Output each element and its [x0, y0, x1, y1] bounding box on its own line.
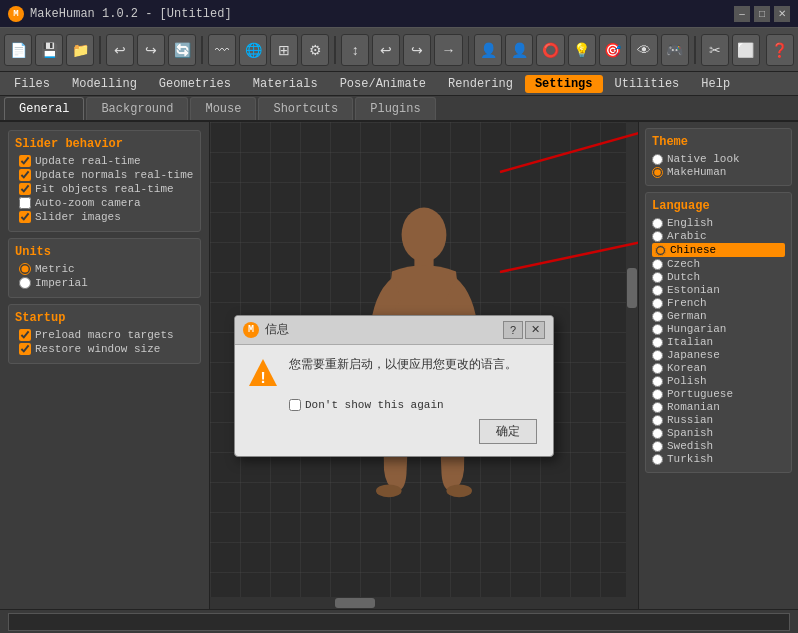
- toolbar-separator-2: [201, 36, 203, 64]
- menu-pose-animate[interactable]: Pose/Animate: [330, 75, 436, 93]
- radio-makehuman-theme[interactable]: MakeHuman: [652, 166, 785, 178]
- tool-undo2[interactable]: ↩: [372, 34, 400, 66]
- tool-gamepad[interactable]: 🎮: [661, 34, 689, 66]
- tool-settings-tb[interactable]: ⚙: [301, 34, 329, 66]
- radio-hungarian[interactable]: Hungarian: [652, 323, 785, 335]
- radio-japanese[interactable]: Japanese: [652, 349, 785, 361]
- startup-title: Startup: [15, 311, 194, 325]
- warning-icon: !: [247, 357, 279, 389]
- radio-native-look[interactable]: Native look: [652, 153, 785, 165]
- tab-background[interactable]: Background: [86, 97, 188, 120]
- window-title: MakeHuman 1.0.2 - [Untitled]: [30, 7, 734, 21]
- toolbar-separator-4: [468, 36, 470, 64]
- toolbar: 📄 💾 📁 ↩ ↪ 🔄 〰 🌐 ⊞ ⚙ ↕ ↩ ↪ → 👤 👤 ⭕ 💡 🎯 👁 …: [0, 28, 798, 72]
- checkbox-autozoom[interactable]: Auto-zoom camera: [15, 197, 194, 209]
- dont-show-checkbox[interactable]: [289, 399, 301, 411]
- dialog-question-button[interactable]: ?: [503, 321, 523, 339]
- svg-point-3: [446, 484, 472, 497]
- minimize-button[interactable]: –: [734, 6, 750, 22]
- tool-eye[interactable]: 👁: [630, 34, 658, 66]
- tool-arrow[interactable]: →: [434, 34, 462, 66]
- tab-mouse[interactable]: Mouse: [190, 97, 256, 120]
- dialog-body: ! 您需要重新启动，以便应用您更改的语言。 Don't show this ag…: [235, 345, 553, 456]
- tool-redo2[interactable]: ↪: [403, 34, 431, 66]
- dialog-title-area: M 信息: [243, 321, 503, 338]
- radio-korean[interactable]: Korean: [652, 362, 785, 374]
- radio-polish[interactable]: Polish: [652, 375, 785, 387]
- checkbox-update-normals[interactable]: Update normals real-time: [15, 169, 194, 181]
- bottom-input[interactable]: [8, 613, 790, 631]
- window-controls: – □ ✕: [734, 6, 790, 22]
- checkbox-update-realtime[interactable]: Update real-time: [15, 155, 194, 167]
- tool-refresh[interactable]: 🔄: [168, 34, 196, 66]
- menu-materials[interactable]: Materials: [243, 75, 328, 93]
- dialog: M 信息 ? ✕ !: [234, 315, 554, 457]
- tool-target[interactable]: 🎯: [599, 34, 627, 66]
- radio-swedish[interactable]: Swedish: [652, 440, 785, 452]
- menu-rendering[interactable]: Rendering: [438, 75, 523, 93]
- menu-help[interactable]: Help: [691, 75, 740, 93]
- tool-open[interactable]: 📁: [66, 34, 94, 66]
- tool-redo[interactable]: ↪: [137, 34, 165, 66]
- dialog-close-button[interactable]: ✕: [525, 321, 545, 339]
- radio-italian[interactable]: Italian: [652, 336, 785, 348]
- radio-romanian[interactable]: Romanian: [652, 401, 785, 413]
- tab-shortcuts[interactable]: Shortcuts: [258, 97, 353, 120]
- checkbox-preload-macro[interactable]: Preload macro targets: [15, 329, 194, 341]
- dont-show-label: Don't show this again: [305, 399, 444, 411]
- tool-human1[interactable]: 👤: [474, 34, 502, 66]
- tool-human2[interactable]: 👤: [505, 34, 533, 66]
- dialog-message: 您需要重新启动，以便应用您更改的语言。: [289, 357, 517, 374]
- radio-chinese[interactable]: Chinese: [652, 243, 785, 257]
- tab-bar: General Background Mouse Shortcuts Plugi…: [0, 96, 798, 122]
- radio-portuguese[interactable]: Portuguese: [652, 388, 785, 400]
- radio-imperial[interactable]: Imperial: [15, 277, 194, 289]
- tab-general[interactable]: General: [4, 97, 84, 120]
- units-title: Units: [15, 245, 194, 259]
- radio-dutch[interactable]: Dutch: [652, 271, 785, 283]
- tool-cut[interactable]: ✂: [701, 34, 729, 66]
- checkbox-fit-objects[interactable]: Fit objects real-time: [15, 183, 194, 195]
- units-section: Units Metric Imperial: [8, 238, 201, 298]
- checkbox-slider-images[interactable]: Slider images: [15, 211, 194, 223]
- app-icon: M: [8, 6, 24, 22]
- tool-circle[interactable]: ⭕: [536, 34, 564, 66]
- dialog-ok-button[interactable]: 确定: [479, 419, 537, 444]
- menu-modelling[interactable]: Modelling: [62, 75, 147, 93]
- checkbox-restore-window[interactable]: Restore window size: [15, 343, 194, 355]
- svg-text:!: !: [258, 370, 268, 388]
- menu-bar: Files Modelling Geometries Materials Pos…: [0, 72, 798, 96]
- tool-arrows[interactable]: ↕: [341, 34, 369, 66]
- tool-grid[interactable]: ⊞: [270, 34, 298, 66]
- scroll-thumb-horizontal[interactable]: [335, 598, 375, 608]
- tool-square[interactable]: ⬜: [732, 34, 760, 66]
- tool-wave[interactable]: 〰: [208, 34, 236, 66]
- radio-czech[interactable]: Czech: [652, 258, 785, 270]
- scroll-thumb-vertical[interactable]: [627, 268, 637, 308]
- radio-estonian[interactable]: Estonian: [652, 284, 785, 296]
- tool-undo[interactable]: ↩: [106, 34, 134, 66]
- radio-metric[interactable]: Metric: [15, 263, 194, 275]
- menu-geometries[interactable]: Geometries: [149, 75, 241, 93]
- radio-turkish[interactable]: Turkish: [652, 453, 785, 465]
- menu-files[interactable]: Files: [4, 75, 60, 93]
- radio-english[interactable]: English: [652, 217, 785, 229]
- dialog-controls: ? ✕: [503, 321, 545, 339]
- tab-plugins[interactable]: Plugins: [355, 97, 435, 120]
- tool-save[interactable]: 💾: [35, 34, 63, 66]
- close-button[interactable]: ✕: [774, 6, 790, 22]
- viewport-scrollbar-horizontal[interactable]: [210, 597, 626, 609]
- tool-new[interactable]: 📄: [4, 34, 32, 66]
- tool-light[interactable]: 💡: [568, 34, 596, 66]
- tool-help[interactable]: ❓: [766, 34, 794, 66]
- maximize-button[interactable]: □: [754, 6, 770, 22]
- radio-russian[interactable]: Russian: [652, 414, 785, 426]
- radio-spanish[interactable]: Spanish: [652, 427, 785, 439]
- radio-french[interactable]: French: [652, 297, 785, 309]
- tool-globe[interactable]: 🌐: [239, 34, 267, 66]
- menu-utilities[interactable]: Utilities: [605, 75, 690, 93]
- radio-german[interactable]: German: [652, 310, 785, 322]
- radio-arabic[interactable]: Arabic: [652, 230, 785, 242]
- viewport-scrollbar-vertical[interactable]: [626, 122, 638, 609]
- menu-settings[interactable]: Settings: [525, 75, 603, 93]
